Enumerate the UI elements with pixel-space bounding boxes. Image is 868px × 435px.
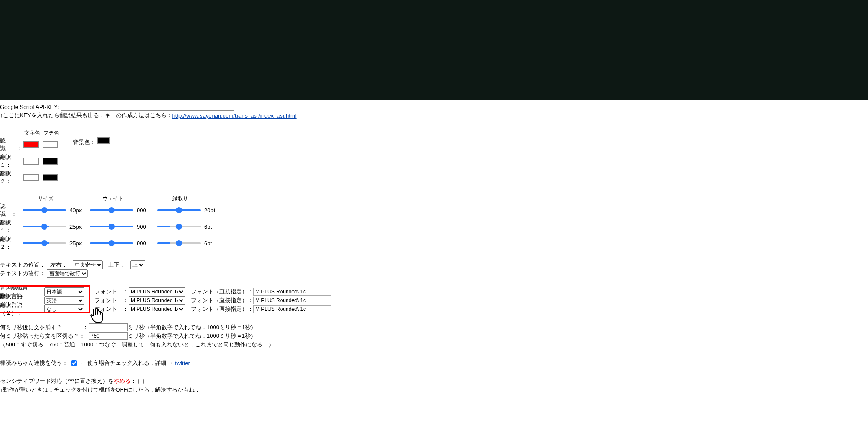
yomichan-post: ← 使う場合チェック入れる．詳細 → (80, 359, 173, 367)
sensitive-label-post: ： (131, 377, 136, 385)
slider-t1-size-val: 25px (69, 224, 89, 230)
timing-silence-label: 何ミリ秒黙ったら文を区切る？： (0, 332, 89, 340)
slider-t1-weight-val: 900 (137, 224, 156, 230)
yomichan-checkbox[interactable] (71, 360, 77, 366)
slider-t2-label: 翻訳２： (0, 235, 22, 251)
api-note: ↑ここにKEYを入れたら翻訳結果も出る．キーの作成方法はこちら： (0, 112, 172, 119)
slider-t2-stroke[interactable] (157, 242, 201, 244)
color-rec-text[interactable] (23, 141, 39, 148)
bg-color-swatch[interactable] (97, 137, 110, 144)
font-direct-rec-input[interactable] (253, 288, 331, 296)
slider-t1-size[interactable] (23, 226, 66, 227)
yomichan-label: 棒読みちゃん連携を使う： (0, 359, 68, 367)
textpos-tb-label: 上下： (108, 261, 125, 269)
textpos-label: テキストの位置： (0, 261, 45, 269)
sensitive-label-pre: センシティブワード対応（***に置き換え）を (0, 377, 114, 385)
slider-t2-stroke-val: 6pt (204, 240, 221, 247)
font-direct-t2-label: フォント（直接指定）： (191, 305, 253, 313)
slider-hdr-stroke: 縁取り (156, 195, 204, 202)
timing-erase-note: ミリ秒（半角数字で入れてね．1000ミリ秒＝1秒） (128, 323, 256, 331)
lang-t1-select[interactable]: 英語 (44, 296, 84, 305)
font-t1-label: フォント ： (95, 297, 129, 304)
api-key-input[interactable] (61, 103, 234, 111)
textpos-tb-select[interactable]: 上 (130, 260, 145, 269)
color-rec-outline[interactable] (43, 141, 58, 148)
api-key-label: Google Script API-KEY: (0, 104, 59, 110)
lang-t2-select[interactable]: なし (44, 305, 84, 313)
sensitive-note: ↑動作が重いときは，チェックを付けて機能をOFFにしたら，解決するかもね． (0, 386, 201, 394)
slider-rec-size[interactable] (23, 209, 66, 211)
font-direct-t1-input[interactable] (253, 297, 331, 304)
slider-t1-weight[interactable] (90, 226, 133, 227)
slider-rec-size-val: 40px (69, 207, 89, 214)
color-row-t1-label: 翻訳１： (0, 153, 22, 169)
color-hdr-text: 文字色 (23, 129, 41, 137)
lang-rec-select[interactable]: 日本語 (44, 287, 84, 296)
sensitive-checkbox[interactable] (138, 379, 144, 384)
timing-erase-input[interactable] (89, 323, 128, 331)
preview-area (0, 0, 868, 100)
timing-erase-label: 何ミリ秒後に文を消す？ (0, 323, 83, 331)
color-row-rec-label: 認識 ： (0, 137, 22, 152)
font-t2-label: フォント ： (95, 305, 129, 313)
font-direct-t2-input[interactable] (253, 305, 331, 313)
slider-t2-weight-val: 900 (137, 240, 156, 247)
slider-t2-size-val: 25px (69, 240, 89, 247)
font-rec-select[interactable]: M PLUS Rounded 1c (129, 287, 185, 296)
lang-t2-label: 翻訳言語（２）： (0, 301, 44, 317)
color-t2-text[interactable] (23, 174, 39, 181)
api-help-link[interactable]: http://www.sayonari.com/trans_asr/index_… (172, 112, 297, 119)
slider-rec-stroke[interactable] (157, 209, 201, 211)
textpos-lr-label: 左右： (50, 261, 67, 269)
timing-silence-note: ミリ秒（半角数字で入れてね．1000ミリ秒＝1秒） (128, 332, 256, 340)
slider-rec-label: 認識 ： (0, 202, 22, 218)
slider-rec-weight-val: 900 (137, 207, 156, 214)
slider-rec-weight[interactable] (90, 209, 133, 211)
bg-color-label: 背景色： (73, 139, 96, 145)
slider-t2-size[interactable] (23, 242, 66, 244)
font-t2-select[interactable]: M PLUS Rounded 1c (129, 305, 185, 313)
yomichan-twitter-link[interactable]: twitter (175, 360, 190, 366)
color-t2-outline[interactable] (43, 174, 58, 181)
textpos-lr-select[interactable]: 中央寄せ (73, 260, 103, 269)
slider-hdr-size: サイズ (22, 195, 69, 202)
slider-hdr-weight: ウェイト (89, 195, 137, 202)
color-t1-outline[interactable] (43, 158, 58, 165)
slider-t1-stroke-val: 6pt (204, 224, 221, 230)
slider-t2-weight[interactable] (90, 242, 133, 244)
font-t1-select[interactable]: M PLUS Rounded 1c (129, 296, 185, 305)
font-rec-label: フォント ： (95, 288, 129, 296)
color-row-t2-label: 翻訳２： (0, 170, 22, 185)
timing-silence-input[interactable] (89, 332, 128, 340)
timing-silence-guide: （500：すぐ切る｜750：普通｜1000：つなぐ 調整して．何も入れないと，こ… (0, 341, 274, 349)
slider-t1-stroke[interactable] (157, 226, 201, 227)
slider-rec-stroke-val: 20pt (204, 207, 221, 214)
textwrap-label: テキストの改行： (0, 270, 45, 277)
timing-erase-colon: ： (83, 323, 89, 331)
font-direct-t1-label: フォント（直接指定）： (191, 297, 253, 304)
sensitive-stop: やめる (114, 377, 131, 385)
textwrap-select[interactable]: 画面端で改行 (47, 269, 88, 278)
color-hdr-outline: フチ色 (43, 129, 60, 137)
font-direct-rec-label: フォント（直接指定）： (191, 288, 253, 296)
color-t1-text[interactable] (23, 158, 39, 165)
slider-t1-label: 翻訳１： (0, 219, 22, 234)
